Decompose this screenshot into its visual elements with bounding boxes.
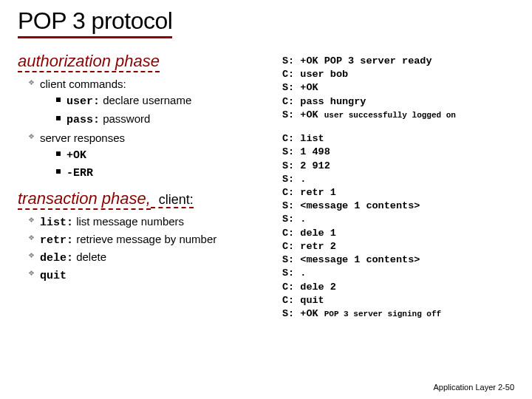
line: S: . (282, 174, 306, 185)
footer-page: 2-50 (496, 383, 514, 392)
list-item: -ERR (56, 165, 269, 181)
phase-trans-heading: transaction phase, (18, 189, 151, 210)
list-item: user: declare username (56, 93, 269, 109)
line: S: 1 498 (282, 146, 330, 157)
line: S: 2 912 (282, 160, 330, 171)
phase-trans-suffix: client: (151, 192, 194, 208)
line: C: list (282, 133, 324, 144)
line-small: user successfully logged on (324, 111, 456, 120)
line: S: <message 1 contents> (282, 200, 420, 211)
footer-label: Application Layer (434, 383, 496, 392)
cmd: pass: (66, 114, 100, 126)
trans-list: list: list message numbers retr: retriev… (18, 214, 269, 284)
line: S: <message 1 contents> (282, 254, 420, 265)
desc: list message numbers (73, 215, 184, 228)
list-item: list: list message numbers (28, 214, 269, 231)
line: C: dele 1 (282, 228, 336, 239)
cmd: list: (40, 216, 73, 229)
item-label: server responses (40, 132, 125, 144)
list-item: pass: password (56, 112, 269, 128)
line: C: quit (282, 295, 324, 306)
list-item: server responses +OK -ERR (28, 131, 269, 182)
list-item: client commands: user: declare username … (28, 77, 269, 128)
cmd: user: (66, 95, 100, 108)
cmd: +OK (66, 149, 86, 162)
session-transcript: S: +OK POP 3 server ready C: user bob S:… (282, 52, 514, 321)
phase-auth-heading: authorization phase (18, 52, 160, 72)
line: S: +OK (282, 82, 318, 93)
list-item: quit (28, 267, 269, 284)
list-item: dele: delete (28, 250, 269, 266)
line: S: . (282, 267, 306, 279)
cmd: -ERR (66, 167, 93, 180)
desc: declare username (100, 94, 191, 106)
line-small: POP 3 server signing off (324, 310, 441, 318)
line: C: dele 2 (282, 282, 336, 293)
line: S: . (282, 214, 306, 225)
line: C: pass hungry (282, 96, 366, 107)
line: S: +OK (282, 308, 324, 319)
slide-title: POP 3 protocol (18, 7, 172, 38)
list-item: +OK (56, 147, 269, 163)
desc: retrieve message by number (73, 233, 216, 245)
desc: password (100, 112, 150, 125)
left-column: authorization phase client commands: use… (18, 52, 269, 321)
cmd: dele: (40, 252, 73, 265)
line: C: retr 2 (282, 241, 336, 252)
line: C: user bob (282, 69, 348, 80)
auth-list: client commands: user: declare username … (18, 77, 269, 182)
cmd: quit (40, 270, 66, 282)
cmd: retr: (40, 234, 73, 247)
line: C: retr 1 (282, 187, 336, 198)
desc: delete (73, 250, 106, 263)
list-item: retr: retrieve message by number (28, 232, 269, 248)
line: S: +OK (282, 109, 324, 120)
slide-footer: Application Layer 2-50 (434, 383, 514, 392)
line: S: +OK POP 3 server ready (282, 55, 432, 66)
item-label: client commands: (40, 78, 126, 90)
